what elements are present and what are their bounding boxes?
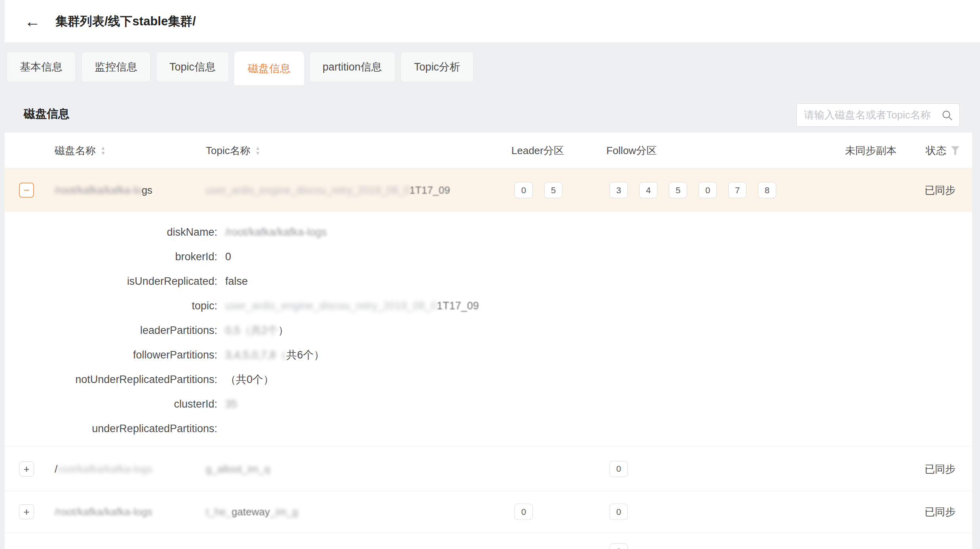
column-header-leader-partitions: Leader分区 [511,133,564,168]
status-badge: 已同步 [925,462,955,476]
detail-label: leaderPartitions: [5,324,217,337]
partition-chip: 0 [515,182,533,198]
partition-chip: 7 [728,182,746,198]
partition-chip: 3 [610,182,628,198]
page-title: 集群列表/线下stable集群/ [55,13,196,30]
column-header-status: 状态 [926,133,959,168]
column-label: 磁盘名称 [55,144,96,158]
tab-disk-info[interactable]: 磁盘信息 [234,51,304,85]
partition-chip: 5 [544,182,562,198]
tab-topic-info[interactable]: Topic信息 [156,51,229,82]
detail-line-topic: topic: user_ardis_engine_discou_retry_20… [5,294,972,318]
follower-partition-chips: 0 [610,504,628,520]
sorter[interactable]: ▲ ▼ [255,146,260,155]
detail-label: isUnderReplicated: [5,275,217,288]
back-icon[interactable]: ← [25,13,40,29]
expand-row-button[interactable]: + [19,461,34,477]
clear-text: gs [142,184,152,196]
clear-text: 共6个） [287,349,325,361]
redacted-text: 35 [225,398,237,410]
topic-name-cell: g_alloot_im_q [206,463,270,475]
search-input[interactable] [803,109,941,122]
sorter[interactable]: ▲ ▼ [101,146,106,155]
partition-chip: 0 [515,504,533,520]
detail-line-brokerid: brokerId: 0 [5,244,972,269]
sort-asc-icon[interactable]: ▲ [255,146,260,150]
disk-name-cell: /root/kafka/kafka-logs [55,506,152,518]
leader-partition-chips: 0 [515,504,533,520]
detail-label: underReplicatedPartitions: [5,423,217,435]
column-label: 状态 [926,144,946,158]
redacted-text: g_alloot_im_q [206,463,270,475]
table-header-row: 磁盘名称 ▲ ▼ Topic名称 ▲ ▼ Leader分区 Follow分区 未… [5,133,972,168]
partition-chip: 0 [610,504,628,520]
redacted-text: /root/kafka/kafka-logs [225,226,327,238]
tab-monitor-info[interactable]: 监控信息 [81,51,151,82]
expand-row-button[interactable]: + [19,504,34,519]
clear-text: ） [278,324,289,336]
column-header-disk-name: 磁盘名称 ▲ ▼ [55,133,106,168]
detail-line-underreplicatedpartitions: underReplicatedPartitions: [5,416,972,441]
detail-line-followerpartitions: followerPartitions: 3,4,5,0,7,8（共6个） [5,343,972,367]
clear-text: 0 [225,251,231,263]
search-icon[interactable] [941,109,953,121]
partition-chip: 0 [610,543,628,549]
column-header-unsynced-replicas: 未同步副本 [845,133,896,168]
column-header-follower-partitions: Follow分区 [606,133,657,168]
disk-name-cell: /root/kafka/kafka-logs [55,184,152,196]
topic-name-cell: t_he_gateway_im_g [206,506,298,518]
search-box [796,103,960,127]
disk-name-cell: /root/kafka/kafka-logs [55,463,152,475]
status-badge: 已同步 [925,183,955,197]
sort-desc-icon[interactable]: ▼ [101,151,106,155]
panel-header: 磁盘信息 [5,95,972,133]
tab-basic-info[interactable]: 基本信息 [6,51,76,82]
column-label: Topic名称 [206,144,251,158]
partition-chip: 8 [758,182,776,198]
partition-chip: 5 [669,182,687,198]
follower-partition-chips: 3 4 5 0 7 8 [610,182,776,198]
table-row[interactable]: + /root/kafka/kafka-logs t_he_gateway_im… [5,491,972,533]
tab-topic-analysis[interactable]: Topic分析 [401,51,474,82]
tab-partition-info[interactable]: partition信息 [309,51,395,82]
filter-icon[interactable] [951,146,959,155]
redacted-text: /root/kafka/kafka-logs [55,506,152,518]
column-label: Leader分区 [511,144,564,158]
detail-label: diskName: [5,226,217,238]
detail-line-diskname: diskName: /root/kafka/kafka-logs [5,220,972,244]
sort-asc-icon[interactable]: ▲ [101,146,106,150]
detail-label: notUnderReplicatedPartitions: [5,374,217,386]
redacted-text: user_ardis_engine_discou_retry_2019_08_0 [225,300,437,312]
partition-chip: 0 [699,182,717,198]
row-detail-panel: diskName: /root/kafka/kafka-logs brokerI… [5,212,972,447]
clear-text: （共0个） [225,374,274,385]
table-row[interactable]: 0 [5,533,972,549]
column-header-topic-name: Topic名称 ▲ ▼ [206,133,260,168]
semi-clear-text: gateway [232,506,270,518]
redacted-text: root/kafka/kafka-logs [57,463,152,475]
topic-name-cell: user_ardis_engine_discou_retry_2019_08_0… [206,184,450,196]
detail-label: topic: [5,300,217,312]
table-row[interactable]: − /root/kafka/kafka-logs user_ardis_engi… [5,168,972,212]
detail-line-isunderreplicated: isUnderReplicated: false [5,269,972,294]
detail-label: brokerId: [5,251,217,263]
semi-clear-text: 1T17_09 [410,184,450,196]
semi-clear-text: 1T17_09 [437,300,479,312]
detail-line-clusterid: clusterId: 35 [5,392,972,416]
partition-chip: 4 [639,182,657,198]
collapse-row-button[interactable]: − [19,183,34,198]
tab-bar: 基本信息 监控信息 Topic信息 磁盘信息 partition信息 Topic… [6,51,474,85]
panel-title: 磁盘信息 [24,106,70,122]
detail-line-leaderpartitions: leaderPartitions: 0,5（共2个） [5,318,972,343]
table-row[interactable]: + /root/kafka/kafka-logs g_alloot_im_q 0… [5,447,972,491]
page-header: ← 集群列表/线下stable集群/ [5,0,980,42]
partition-chip: 0 [610,461,628,477]
redacted-text: _im_g [270,506,298,518]
follower-partition-chips: 0 [610,461,628,477]
sort-desc-icon[interactable]: ▼ [255,151,260,155]
column-label: Follow分区 [606,144,657,158]
clear-text: false [225,275,248,287]
detail-line-notunderreplicatedpartitions: notUnderReplicatedPartitions: （共0个） [5,367,972,392]
follower-partition-chips: 0 [610,543,628,549]
leader-partition-chips: 0 5 [515,182,562,198]
